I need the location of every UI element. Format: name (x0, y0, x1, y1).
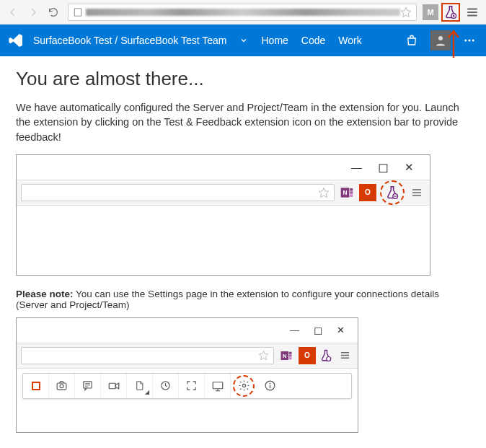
device-button[interactable] (205, 374, 231, 398)
maximize-icon: ◻ (314, 324, 322, 337)
page-heading: You are almost there... (16, 68, 470, 90)
browser-mock-2: — ◻ ✕ N O (16, 317, 358, 433)
svg-point-19 (60, 385, 63, 388)
bookmark-star-icon[interactable] (400, 6, 412, 18)
svg-point-26 (269, 383, 270, 385)
mock-url-row: N O (17, 343, 358, 369)
test-feedback-extension-icon[interactable] (443, 5, 458, 19)
note-label: Please note: (16, 289, 74, 299)
create-button[interactable]: ◢ (127, 374, 153, 398)
nav-work[interactable]: Work (338, 35, 361, 46)
team-project-path[interactable]: SurfaceBook Test / SurfaceBook Test Team (33, 35, 226, 46)
page-content: You are almost there... We have automati… (0, 56, 486, 448)
bookmark-star-icon (318, 187, 330, 198)
svg-text:N: N (343, 189, 347, 196)
mock-menu-icon (336, 347, 353, 364)
close-icon: ✕ (337, 325, 345, 335)
back-button[interactable] (4, 4, 22, 21)
intro-paragraph: We have automatically configured the Ser… (16, 100, 470, 144)
marketplace-icon[interactable] (401, 30, 423, 51)
svg-point-4 (469, 40, 471, 42)
svg-point-5 (472, 40, 474, 42)
screenshot-button[interactable] (49, 374, 75, 398)
svg-rect-9 (350, 191, 353, 193)
svg-rect-10 (350, 194, 353, 196)
office-extension-icon: O (299, 347, 316, 364)
annotation-arrow-icon (447, 29, 460, 58)
test-feedback-extension-icon (319, 349, 332, 362)
vsts-header: SurfaceBook Test / SurfaceBook Test Team… (0, 25, 486, 56)
team-chevron-icon[interactable] (239, 36, 248, 45)
onenote-extension-icon: N (278, 347, 295, 364)
visual-studio-logo-icon[interactable] (6, 30, 26, 50)
extension-m-icon[interactable]: M (423, 4, 438, 20)
note-button[interactable] (75, 374, 101, 398)
mock-window-controls: — ◻ ✕ (17, 155, 430, 180)
svg-rect-0 (74, 8, 81, 16)
svg-point-2 (438, 36, 443, 40)
browser-toolbar: M (0, 0, 486, 25)
svg-rect-16 (289, 357, 292, 359)
annotation-circle (380, 180, 405, 205)
reload-button[interactable] (45, 4, 62, 21)
explore-button[interactable] (179, 374, 205, 398)
mock-address-bar (21, 347, 274, 364)
browser-mock-1: — ◻ ✕ N O (16, 154, 430, 276)
svg-text:N: N (283, 353, 286, 359)
forward-button[interactable] (25, 4, 42, 21)
svg-rect-8 (350, 188, 353, 190)
svg-point-17 (327, 356, 331, 361)
svg-rect-15 (289, 354, 292, 356)
minimize-icon: — (290, 325, 299, 335)
url-text (86, 9, 400, 16)
svg-point-3 (464, 40, 467, 42)
mock-window-controls: — ◻ ✕ (17, 318, 358, 343)
note-body: You can use the Settings page in the ext… (16, 289, 439, 310)
more-menu-icon[interactable] (459, 30, 480, 51)
timeline-button[interactable] (153, 374, 179, 398)
test-feedback-extension-icon (385, 185, 399, 200)
dropdown-triangle-icon: ◢ (145, 389, 149, 395)
office-extension-icon: O (359, 184, 376, 201)
nav-home[interactable]: Home (261, 35, 288, 46)
address-bar[interactable] (68, 4, 417, 21)
nav-code[interactable]: Code (301, 35, 325, 46)
info-button[interactable] (257, 374, 283, 398)
svg-rect-14 (289, 352, 292, 354)
browser-menu-icon[interactable] (463, 3, 482, 22)
close-icon: ✕ (405, 161, 414, 174)
svg-rect-21 (109, 383, 115, 389)
maximize-icon: ◻ (378, 159, 389, 175)
highlighted-extension (441, 3, 460, 22)
mock-url-row: N O (17, 180, 430, 206)
onenote-extension-icon: N (338, 184, 355, 201)
extension-toolbar: ◢ (22, 373, 352, 399)
mock-menu-icon (408, 184, 425, 201)
record-button[interactable] (23, 374, 49, 398)
header-nav: Home Code Work (261, 35, 361, 46)
bookmark-star-icon (258, 350, 269, 361)
svg-rect-23 (213, 382, 223, 389)
mock-address-bar (21, 184, 335, 201)
video-button[interactable] (101, 374, 127, 398)
note-paragraph: Please note: You can use the Settings pa… (16, 289, 470, 310)
page-icon (73, 7, 83, 17)
minimize-icon: — (351, 161, 362, 173)
settings-button[interactable] (231, 374, 257, 398)
